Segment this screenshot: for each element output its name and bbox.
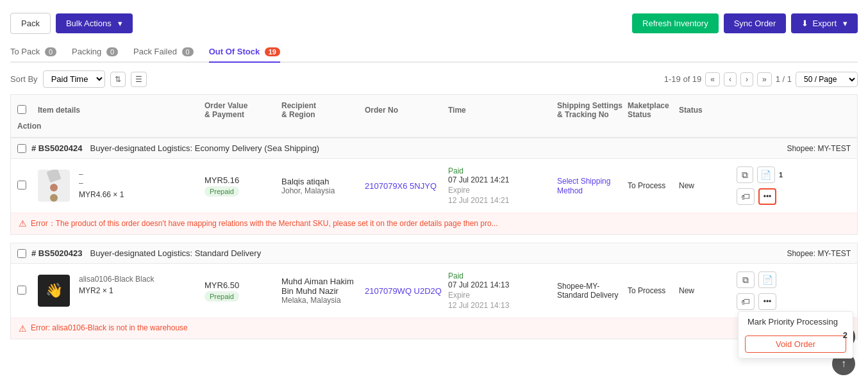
order-1-recipient: Balqis atiqah Johor, Malaysia [279,175,362,197]
tab-pack-failed[interactable]: Pack Failed 0 [133,42,194,61]
order-1-item-details: – – MYR4.66 × 1 [35,168,202,203]
order-1-status: New [676,180,734,191]
order-1-select-shipping-link[interactable]: Select Shipping Method [557,177,610,195]
refresh-inventory-button[interactable]: Refresh Inventory [632,13,719,33]
th-order-value: Order Value& Payment [202,100,279,120]
sort-select[interactable]: Paid Time Order No [43,70,105,88]
page-prev-button[interactable]: ‹ [724,72,737,86]
sort-by-label: Sort By [10,74,38,84]
pack-button[interactable]: Pack [10,13,51,34]
order-1-copy-button[interactable]: ⧉ [737,166,753,183]
order-2-item-text: alisa0106-Black Black MYR2 × 1 [79,275,154,295]
order-2-action-icons: ⧉ 📄 🏷 ••• [737,271,783,310]
order-1-item-checkbox[interactable] [17,181,26,190]
per-page-select[interactable]: 50 / Page 20 / Page 100 / Page [796,72,858,87]
order-1-doc-button[interactable]: 📄 [757,166,775,183]
toolbar-right: Refresh Inventory Sync Order ⬇ Export [632,13,858,33]
order-2-recipient: Muhd Aiman Hakim Bin Muhd Nazir Melaka, … [279,275,362,306]
order-2-number: # BS5020423 [31,248,83,258]
order-group-1: # BS5020424 Buyer-designated Logistics: … [10,138,858,235]
bulk-actions-button[interactable]: Bulk Actions [56,13,133,33]
order-1-badge-1: 1 [779,171,783,179]
order-1-shipping: Select Shipping Method [555,175,625,197]
th-checkbox [15,104,35,117]
order-1-item-image [38,170,70,202]
order-1-action-row-2: 🏷 ••• [737,188,783,205]
tab-pack-failed-count: 0 [182,47,194,56]
order-1-row-checkbox [15,179,35,193]
void-order-item[interactable]: Void Order [745,335,846,353]
order-2-action-row-1: ⧉ 📄 [737,271,783,288]
sort-controls: Sort By Paid Time Order No ⇅ ☰ [10,70,147,88]
order-2-row-checkbox [15,284,35,298]
order-1-number: # BS5020424 [31,143,83,153]
order-2-order-value: MYR6.50 Prepaid [202,279,279,303]
order-2-actions: ⧉ 📄 🏷 ••• [734,270,785,311]
th-status: Status [676,104,734,116]
order-1-error: ⚠ Error：The product of this order doesn'… [11,213,857,234]
order-2-item-details: 👋 alisa0106-Black Black MYR2 × 1 [35,273,202,308]
pagination-page: 1 / 1 [776,74,792,84]
order-group-2: # BS5020423 Buyer-designated Logistics: … [10,243,858,339]
sync-order-button[interactable]: Sync Order [724,13,787,33]
th-shipping: Shipping Settings& Tracking No [555,100,625,120]
order-header-1: # BS5020424 Buyer-designated Logistics: … [11,138,857,159]
order-2-action-row-2: 🏷 ••• [737,293,783,310]
order-2-order-no: 2107079WQ U2D2Q [362,285,446,297]
order-1-action-icons: ⧉ 📄 1 🏷 ••• [737,166,783,205]
order-2-time: Paid 07 Jul 2021 14:13 Expire 12 Jul 202… [446,270,555,311]
order-2-doc-button[interactable]: 📄 [758,271,776,288]
order-1-checkbox[interactable] [17,144,26,153]
tab-to-pack-count: 0 [45,47,56,56]
order-header-2: # BS5020423 Buyer-designated Logistics: … [11,243,857,264]
sort-order-button[interactable]: ⇅ [110,72,126,87]
order-2-logistics: Buyer-designated Logistics: Standard Del… [90,248,787,258]
tab-to-pack[interactable]: To Pack 0 [10,42,56,61]
order-2-checkbox[interactable] [17,249,26,258]
order-2-shipping: Shopee-MY-Standard Delivery [555,280,625,301]
page-next-button[interactable]: › [740,72,753,86]
sort-list-button[interactable]: ☰ [131,72,147,87]
tab-out-of-stock[interactable]: Out Of Stock 19 [209,42,280,63]
tabs-container: To Pack 0 Packing 0 Pack Failed 0 Out Of… [10,42,858,63]
order-2-item-checkbox[interactable] [17,286,26,295]
mark-priority-item[interactable]: Mark Priority Processing [739,312,853,332]
pagination: 1-19 of 19 « ‹ › » 1 / 1 50 / Page 20 / … [664,72,858,87]
order-1-marketplace: Shopee: MY-TEST [787,144,851,153]
dropdown-menu: Mark Priority Processing Void Order 2 [738,311,853,359]
page-last-button[interactable]: » [757,72,772,86]
order-2-more-button[interactable]: ••• [758,293,776,310]
order-2-item-image: 👋 [38,275,70,307]
tab-out-of-stock-count: 19 [265,47,280,56]
order-row-2: 👋 alisa0106-Black Black MYR2 × 1 MYR6.50… [11,264,857,318]
order-1-more-button[interactable]: ••• [758,188,776,205]
order-2-status: New [676,285,734,296]
order-1-order-no: 2107079X6 5NJYQ [362,180,446,192]
order-1-tag-button[interactable]: 🏷 [737,188,755,205]
order-2-error: ⚠ Error: alisa0106-Black is not in the w… [11,318,857,339]
order-1-action-row-1: ⧉ 📄 1 [737,166,783,183]
tab-packing[interactable]: Packing 0 [72,42,118,61]
error-icon-1: ⚠ [19,218,27,229]
page-first-button[interactable]: « [705,72,720,86]
order-1-time: Paid 07 Jul 2021 14:21 Expire 12 Jul 202… [446,165,555,206]
export-button[interactable]: ⬇ Export [791,13,858,33]
order-2-mk-status: To Process [625,285,676,296]
order-1-logistics: Buyer-designated Logistics: Economy Deli… [90,143,787,153]
order-1-order-value: MYR5.16 Prepaid [202,174,279,198]
order-1-order-no-link[interactable]: 2107079X6 5NJYQ [365,181,437,191]
toolbar-left: Pack Bulk Actions [10,13,133,34]
select-all-checkbox[interactable] [17,105,26,114]
order-2-marketplace: Shopee: MY-TEST [787,249,851,258]
order-2-copy-button[interactable]: ⧉ [737,271,755,288]
download-icon: ⬇ [801,19,808,28]
order-2-tag-button[interactable]: 🏷 [737,293,755,310]
th-item-details: Item details [35,104,202,116]
th-action: Action [15,120,35,132]
th-order-no: Order No [362,104,446,116]
th-recipient: Recipient& Region [279,100,362,120]
order-1-item-text: – – MYR4.66 × 1 [79,170,124,199]
order-row-1: – – MYR4.66 × 1 MYR5.16 Prepaid Balqis a… [11,159,857,213]
order-1-mk-status: To Process [625,180,676,191]
order-2-order-no-link[interactable]: 2107079WQ U2D2Q [365,286,442,296]
